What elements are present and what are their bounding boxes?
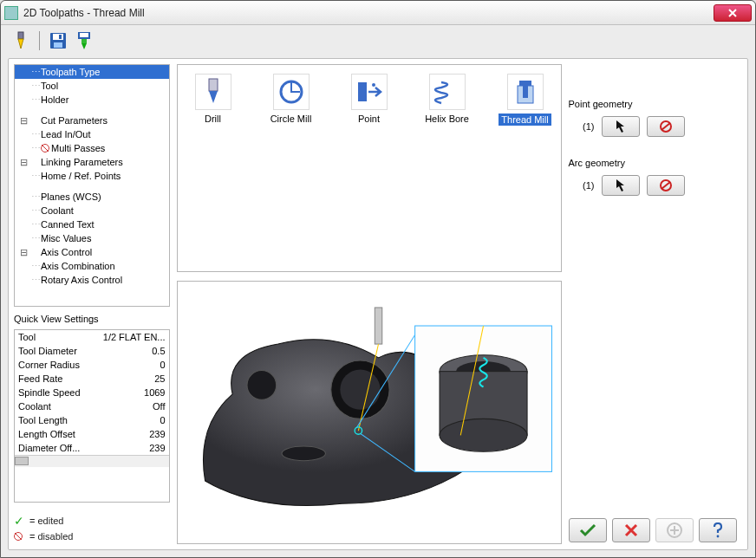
tool-button[interactable] xyxy=(10,29,32,52)
svg-point-31 xyxy=(440,418,527,451)
horizontal-scrollbar[interactable] xyxy=(15,455,169,467)
tree-item-label: Axis Combination xyxy=(41,261,115,271)
tree-item[interactable]: ⋯Rotary Axis Control xyxy=(15,273,169,287)
tree-item-label: Rotary Axis Control xyxy=(41,275,122,285)
save-button[interactable] xyxy=(47,29,69,52)
dialog-window: 2D Toolpaths - Thread Mill xyxy=(0,0,756,558)
tree-item[interactable]: ⋯Home / Ref. Points xyxy=(15,169,169,183)
toolpath-type-panel: DrillCircle MillPointHelix BoreThread Mi… xyxy=(177,64,562,272)
quick-view-row[interactable]: Spindle Speed1069 xyxy=(15,386,169,399)
tree-item[interactable]: ⋯Multi Passes xyxy=(15,141,169,155)
arc-geometry-label: Arc geometry xyxy=(569,158,743,168)
tree-item-label: Cut Parameters xyxy=(41,115,108,126)
cancel-button[interactable] xyxy=(612,518,650,542)
help-button[interactable] xyxy=(699,518,737,542)
svg-marker-1 xyxy=(18,39,23,49)
quick-view-label: Feed Rate xyxy=(18,373,154,384)
thread-mill-icon xyxy=(507,74,544,110)
tree-item[interactable]: ⊟Axis Control xyxy=(15,245,169,259)
toolpath-type-thread-mill[interactable]: Thread Mill xyxy=(499,74,552,126)
preview-image xyxy=(178,282,561,543)
machine-button[interactable] xyxy=(73,29,95,52)
tree-item[interactable]: ⋯Coolant xyxy=(15,204,169,217)
tree-bullet-icon: ⋯ xyxy=(30,205,41,217)
point-geometry-select-button[interactable] xyxy=(602,116,640,137)
scroll-thumb[interactable] xyxy=(15,457,29,465)
tree-item[interactable] xyxy=(15,183,169,190)
quick-view-title: Quick View Settings xyxy=(14,314,170,324)
svg-point-38 xyxy=(717,535,720,538)
toolpath-type-circle-mill[interactable]: Circle Mill xyxy=(264,74,318,124)
tree-item[interactable]: ⋯Planes (WCS) xyxy=(15,190,169,204)
toolpath-type-point[interactable]: Point xyxy=(342,74,396,124)
quick-view-row[interactable]: Length Offset239 xyxy=(15,427,169,441)
quick-view-row[interactable]: Tool1/2 FLAT EN... xyxy=(15,330,169,344)
toolpath-type-label: Drill xyxy=(205,114,221,124)
tree-item[interactable]: ⋯Toolpath Type xyxy=(15,65,169,79)
tree-item[interactable]: ⋯Axis Combination xyxy=(15,259,169,273)
tree-item[interactable]: ⋯Canned Text xyxy=(15,217,169,231)
drill-icon xyxy=(195,74,231,110)
collapse-icon[interactable]: ⊟ xyxy=(18,157,29,168)
quick-view-row[interactable]: Tool Length0 xyxy=(15,413,169,427)
collapse-icon[interactable]: ⊟ xyxy=(18,247,29,258)
tree-bullet-icon: ⋯ xyxy=(30,233,41,244)
tree-item[interactable]: ⋯Misc Values xyxy=(15,231,169,245)
disabled-icon xyxy=(14,532,23,541)
tree-item-label: Multi Passes xyxy=(51,143,105,153)
quick-view-label: Spindle Speed xyxy=(18,387,144,398)
toolpath-type-drill[interactable]: Drill xyxy=(186,74,240,124)
tree-item-label: Coolant xyxy=(41,205,74,216)
toolbar xyxy=(1,25,755,56)
legend-edited: = edited xyxy=(29,516,63,526)
tree-bullet-icon: ⋯ xyxy=(30,275,41,286)
point-geometry-count: (1) xyxy=(569,121,595,132)
edited-icon: ✓ xyxy=(14,514,24,528)
point-geometry-clear-button[interactable] xyxy=(647,116,685,137)
tree-item-label: Holder xyxy=(41,94,68,105)
svg-rect-3 xyxy=(53,34,63,40)
add-button[interactable] xyxy=(655,518,694,542)
preview-panel xyxy=(177,281,562,544)
quick-view-label: Tool Diameter xyxy=(18,346,152,356)
quick-view-row[interactable]: Diameter Off...239 xyxy=(15,441,169,455)
arc-geometry-select-button[interactable] xyxy=(602,175,640,196)
tree-item[interactable]: ⋯Lead In/Out xyxy=(15,127,169,141)
toolpath-type-helix-bore[interactable]: Helix Bore xyxy=(420,74,474,124)
svg-point-20 xyxy=(246,371,276,400)
svg-rect-13 xyxy=(358,82,367,101)
quick-view-value: 1/2 FLAT EN... xyxy=(103,332,166,342)
tree-bullet-icon: ⋯ xyxy=(30,219,41,230)
svg-rect-5 xyxy=(59,35,62,39)
svg-rect-10 xyxy=(209,79,218,91)
svg-rect-17 xyxy=(523,86,528,98)
ok-button[interactable] xyxy=(569,518,607,542)
tree-item[interactable] xyxy=(15,107,169,114)
point-icon xyxy=(351,74,388,110)
svg-point-14 xyxy=(372,83,375,87)
circle-mill-icon xyxy=(273,74,310,110)
tree-item-label: Misc Values xyxy=(41,233,91,243)
quick-view-row[interactable]: Corner Radius0 xyxy=(15,358,169,372)
quick-view-row[interactable]: Feed Rate25 xyxy=(15,372,169,386)
tree-panel[interactable]: ⋯Toolpath Type⋯Tool⋯Holder⊟Cut Parameter… xyxy=(14,64,170,307)
quick-view-row[interactable]: Tool Diameter0.5 xyxy=(15,344,169,358)
quick-view-label: Tool Length xyxy=(18,415,160,425)
close-button[interactable] xyxy=(714,4,752,22)
svg-point-21 xyxy=(281,446,325,461)
quick-view-row[interactable]: CoolantOff xyxy=(15,399,169,413)
quick-view-value: 0 xyxy=(160,360,165,370)
center-column: DrillCircle MillPointHelix BoreThread Mi… xyxy=(177,64,562,544)
collapse-icon[interactable]: ⊟ xyxy=(18,115,29,127)
app-icon xyxy=(4,6,18,20)
arc-geometry-clear-button[interactable] xyxy=(647,175,685,196)
tree-item[interactable]: ⊟Linking Parameters xyxy=(15,155,169,169)
tree-item-label: Toolpath Type xyxy=(41,67,100,77)
toolpath-type-label: Circle Mill xyxy=(270,114,312,124)
svg-rect-15 xyxy=(519,81,531,86)
tree-item[interactable]: ⋯Tool xyxy=(15,79,169,93)
tree-item[interactable]: ⊟Cut Parameters xyxy=(15,114,169,127)
quick-view-panel[interactable]: Tool1/2 FLAT EN...Tool Diameter0.5Corner… xyxy=(14,329,170,503)
svg-rect-7 xyxy=(80,33,88,37)
tree-item[interactable]: ⋯Holder xyxy=(15,93,169,107)
